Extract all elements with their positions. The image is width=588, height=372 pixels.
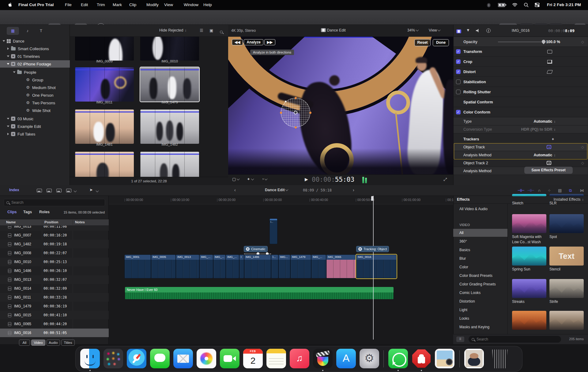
info-inspector-icon[interactable]: i xyxy=(486,28,491,33)
object-track-2-row[interactable]: Object Track 2◇ xyxy=(454,159,588,167)
effects-category[interactable]: Blur xyxy=(453,255,507,262)
effects-filter-icon[interactable]: ▼ xyxy=(466,28,470,32)
opacity-value[interactable]: 100.0 % xyxy=(546,40,560,44)
object-track-icon[interactable] xyxy=(547,161,551,165)
timeline-project-menu[interactable]: Dance Edit xyxy=(265,188,288,192)
distort-checkbox[interactable]: ✓ xyxy=(456,69,461,74)
timeline-clip[interactable]: IMG_... xyxy=(311,255,326,278)
effect-thumbnail[interactable] xyxy=(549,194,584,196)
table-row[interactable]: IMG_001300:00:32:07 xyxy=(0,275,109,284)
analyze-forward-button[interactable]: ▶▶ xyxy=(264,39,275,45)
skimming-icon[interactable]: ⁘ xyxy=(548,188,551,193)
audio-monitor-icon[interactable]: ∩ xyxy=(538,188,541,193)
index-tab-clips[interactable]: Clips xyxy=(7,210,17,214)
menu-clock[interactable]: Fri 2 Feb 3:21 PM xyxy=(547,2,581,7)
sidebar-item-two-persons[interactable]: ⚙Two Persons xyxy=(0,99,70,106)
dock-profile-photo[interactable] xyxy=(464,349,484,368)
effects-category[interactable]: Color Grading Presets xyxy=(453,280,507,288)
conform-type-popup[interactable]: Automatic↕ xyxy=(533,119,556,124)
table-row[interactable]: IMG_001500:00:41:10 xyxy=(0,311,109,319)
browser-search-icon[interactable] xyxy=(220,29,223,35)
effects-category[interactable]: Color Board Presets xyxy=(453,272,507,280)
dock-facetime-icon[interactable] xyxy=(220,349,239,368)
enhancements-menu[interactable]: ✦ xyxy=(247,177,254,181)
timeline-clip-selected[interactable]: IMG_0016 xyxy=(356,255,397,278)
done-button[interactable]: Done xyxy=(433,39,449,46)
play-button[interactable]: ▶ xyxy=(305,177,308,182)
index-filter-all[interactable]: All xyxy=(19,340,30,346)
effects-category[interactable]: Color xyxy=(453,263,507,271)
transform-icon[interactable] xyxy=(547,50,552,54)
index-filter-video[interactable]: Video xyxy=(31,340,45,346)
titles-generators-tab-icon[interactable]: T xyxy=(35,27,47,35)
dock-adblock-icon[interactable] xyxy=(412,349,431,368)
table-row[interactable]: IMG_001000:00:25:13 xyxy=(0,258,109,266)
effects-category[interactable]: 360° xyxy=(453,237,507,245)
trim-end-icon[interactable]: ⊣⊢ xyxy=(527,188,534,193)
libraries-tab-icon[interactable]: ▦ xyxy=(7,27,19,35)
opacity-slider-thumb[interactable] xyxy=(541,39,546,44)
object-tracker-overlay[interactable] xyxy=(281,98,310,127)
dock-photos-icon[interactable] xyxy=(197,349,216,368)
sidebar-item-full-takes[interactable]: ★Full Takes xyxy=(0,130,70,138)
apple-menu-icon[interactable] xyxy=(8,2,13,8)
audio-meter[interactable] xyxy=(365,178,367,183)
browser-clip-thumbnail[interactable] xyxy=(140,37,199,61)
menu-trim[interactable]: Trim xyxy=(97,2,105,7)
crop-checkbox[interactable]: ✓ xyxy=(456,59,461,64)
viewer-zoom-menu[interactable]: 34% xyxy=(407,28,418,32)
stabilization-checkbox[interactable] xyxy=(456,80,461,84)
timeline-clip[interactable]: IMG_0065 xyxy=(326,255,356,278)
sidebar-item-medium-shot[interactable]: ⚙Medium Shot xyxy=(0,84,70,91)
dock-system-settings-icon[interactable] xyxy=(360,349,379,368)
remove-effect-icon[interactable]: ✕ xyxy=(358,247,362,251)
control-center-icon[interactable] xyxy=(535,3,540,8)
dock-whatsapp-icon[interactable] xyxy=(388,349,408,368)
analyze-backward-button[interactable]: ◀◀ xyxy=(232,39,243,45)
table-row[interactable]: IMG_000800:00:22:07 xyxy=(0,249,109,257)
keyframe-diamond-icon[interactable]: ◇ xyxy=(581,40,584,44)
effects-category[interactable]: Distortion xyxy=(453,297,507,305)
effects-category-selected[interactable]: All xyxy=(453,229,507,237)
connected-clip[interactable]: I... xyxy=(270,218,277,244)
effects-category[interactable]: Light xyxy=(453,306,507,314)
dock-mail-icon[interactable] xyxy=(173,349,193,368)
viewer-view-menu[interactable]: View xyxy=(429,28,440,32)
browser-clip-thumbnail[interactable] xyxy=(75,110,134,144)
keyframe-diamond-icon[interactable]: ◇ xyxy=(581,145,584,149)
browser-clip-thumbnail[interactable] xyxy=(140,152,199,177)
timeline-clip[interactable]: IMG_0005 xyxy=(151,255,176,278)
connect-edit-icon[interactable] xyxy=(37,189,42,192)
timeline-clip[interactable]: IMG_0013 xyxy=(176,255,199,278)
timeline-clip[interactable]: IMG_... xyxy=(199,255,213,278)
effects-audition-icon[interactable]: ⠿ xyxy=(456,337,464,342)
effects-search-field[interactable] xyxy=(469,336,561,343)
timeline-clip[interactable]: IMG_... xyxy=(213,255,226,278)
sidebar-item-02-iphone-footage[interactable]: ★02 iPhone Footage xyxy=(0,60,70,68)
browser-clip-thumbnail[interactable] xyxy=(140,110,199,144)
effects-category[interactable]: Looks xyxy=(453,314,507,322)
menu-edit[interactable]: Edit xyxy=(81,2,88,7)
browser-clip-thumbnail[interactable] xyxy=(75,152,134,177)
menu-mark[interactable]: Mark xyxy=(113,2,122,7)
table-row[interactable]: IMG_148600:00:26:10 xyxy=(0,266,109,275)
audio-meter[interactable] xyxy=(362,177,364,183)
wifi-icon[interactable] xyxy=(512,3,518,8)
table-row[interactable]: IMG_000700:00:16:20 xyxy=(0,231,109,240)
table-row-selected[interactable]: IMG_001600:00:51:05 xyxy=(0,329,109,337)
crop-icon[interactable] xyxy=(547,60,552,64)
color-conform-checkbox[interactable]: ✓ xyxy=(456,110,461,114)
clip-filmstrip-icon[interactable]: ▣ xyxy=(209,28,213,33)
effect-thumbnail[interactable] xyxy=(512,279,546,298)
dock-final-cut-pro-icon[interactable] xyxy=(313,349,333,368)
dock-preview-icon[interactable] xyxy=(435,349,454,368)
spotlight-icon[interactable] xyxy=(524,2,529,8)
object-track-icon[interactable] xyxy=(547,145,551,149)
dock-launchpad-icon[interactable] xyxy=(104,349,123,368)
overwrite-edit-icon[interactable] xyxy=(66,189,71,192)
dock-calendar-icon[interactable]: FEB2 xyxy=(243,349,263,368)
solo-clip-icon[interactable]: ▤ xyxy=(558,188,562,193)
sidebar-item-01-timelines[interactable]: ★01 Timelines xyxy=(0,53,70,60)
remove-effect-icon[interactable]: ✕ xyxy=(246,247,250,251)
browser-clip-thumbnail[interactable] xyxy=(75,67,134,102)
